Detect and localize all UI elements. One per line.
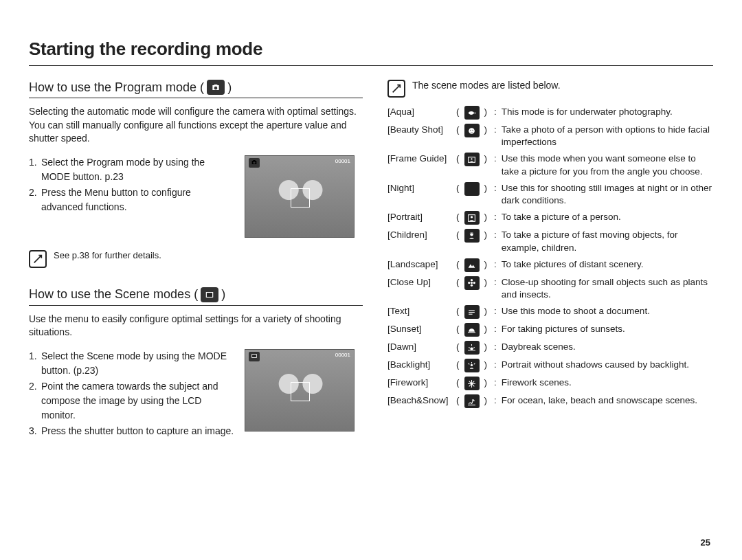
colon: : — [494, 341, 497, 353]
program-lcd-preview: 00001 — [245, 155, 355, 238]
program-mode-heading: How to use the Program mode ( ) — [29, 80, 363, 98]
paren-close: ) — [484, 276, 488, 289]
scene-row: [Children]():To take a picture of fast m… — [387, 229, 713, 254]
scene-label: [Text] — [387, 305, 453, 317]
paren-close: ) — [484, 341, 488, 353]
program-heading-pre: How to use the Program mode ( — [29, 80, 204, 95]
colon: : — [494, 377, 497, 389]
program-mode-icon — [207, 80, 225, 95]
scene-label: [Dawn] — [387, 341, 453, 353]
beach-icon — [464, 394, 480, 408]
scene-row: [Beauty Shot]():Take a photo of a person… — [387, 124, 713, 148]
colon: : — [494, 258, 497, 271]
paren-open: ( — [456, 258, 460, 271]
scene-row: [Aqua]():This mode is for underwater pho… — [387, 106, 713, 120]
lcd-focus-frame — [291, 382, 310, 401]
scene-label: [Beauty Shot] — [387, 124, 453, 136]
scene-description: Daybreak scenes. — [502, 341, 713, 353]
scene-heading-pre: How to use the Scene modes ( — [29, 287, 198, 302]
paren-close: ) — [484, 258, 488, 271]
moon-icon — [464, 182, 480, 196]
scene-step: Press the shutter button to capture an i… — [29, 424, 235, 438]
colon: : — [494, 229, 497, 241]
scene-step: Select the Scene mode by using the MODE … — [29, 349, 235, 378]
page-title: Starting the recording mode — [29, 38, 713, 66]
scene-step: Point the camera towards the subject and… — [29, 379, 235, 423]
scene-description: Portrait without shadows caused by backl… — [502, 359, 713, 371]
program-step: Select the Program mode by using the MOD… — [29, 155, 235, 184]
note-icon — [387, 80, 405, 98]
paren-close: ) — [484, 153, 488, 165]
colon: : — [494, 153, 497, 165]
paren-close: ) — [484, 182, 488, 194]
paren-close: ) — [484, 323, 488, 335]
scene-intro-text: Use the menu to easily configure optimal… — [29, 313, 363, 339]
paren-open: ( — [456, 377, 460, 389]
paren-close: ) — [484, 359, 488, 371]
scene-modes-table: [Aqua]():This mode is for underwater pho… — [387, 106, 713, 408]
colon: : — [494, 211, 497, 223]
scene-description: Close-up shooting for small objects such… — [502, 276, 713, 301]
scene-description: For taking pictures of sunsets. — [502, 323, 713, 335]
scene-description: To take pictures of distant scenery. — [502, 258, 713, 271]
scene-row: [Beach&Snow]():For ocean, lake, beach an… — [387, 394, 713, 408]
paren-close: ) — [484, 229, 488, 241]
paren-open: ( — [456, 341, 460, 353]
scene-label: [Aqua] — [387, 106, 453, 118]
paren-open: ( — [456, 359, 460, 371]
scene-row: [Dawn]():Daybreak scenes. — [387, 341, 713, 355]
scene-label: [Close Up] — [387, 276, 453, 289]
scenes-list-intro: The scene modes are listed below. — [387, 80, 713, 98]
colon: : — [494, 359, 497, 371]
scene-label: [Night] — [387, 182, 453, 194]
mountain-icon — [464, 258, 480, 272]
paren-open: ( — [456, 323, 460, 335]
scene-row: [Portrait]():To take a picture of a pers… — [387, 211, 713, 225]
scene-row: [Night]():Use this for shooting still im… — [387, 182, 713, 207]
paren-open: ( — [456, 229, 460, 241]
program-step: Press the Menu button to configure advan… — [29, 186, 235, 214]
paren-open: ( — [456, 305, 460, 317]
colon: : — [494, 124, 497, 136]
children-icon — [464, 229, 480, 243]
scene-lcd-preview: 00001 — [245, 349, 355, 432]
colon: : — [494, 182, 497, 194]
lcd-mode-badge — [249, 158, 260, 168]
colon: : — [494, 106, 497, 118]
lcd-counter: 00001 — [335, 352, 350, 361]
scene-row: [Text]():Use this mode to shoot a docume… — [387, 305, 713, 319]
scene-description: Use this mode when you want someone else… — [502, 153, 713, 177]
paren-open: ( — [456, 106, 460, 118]
flower-icon — [464, 276, 480, 290]
scene-description: This mode is for underwater photography. — [502, 106, 713, 118]
firework-icon — [464, 377, 480, 390]
colon: : — [494, 394, 497, 407]
program-note: See p.38 for further details. — [29, 250, 363, 268]
lcd-mode-badge — [249, 352, 260, 361]
sunset-icon — [464, 323, 480, 337]
fish-icon — [464, 106, 480, 120]
scene-row: [Sunset]():For taking pictures of sunset… — [387, 323, 713, 337]
scene-description: Take a photo of a person with options to… — [502, 124, 713, 148]
scene-row: [Backlight]():Portrait without shadows c… — [387, 359, 713, 372]
scene-description: Firework scenes. — [502, 377, 713, 389]
portrait-icon — [464, 211, 480, 225]
colon: : — [494, 276, 497, 289]
paren-close: ) — [484, 394, 488, 407]
paren-open: ( — [456, 276, 460, 289]
face-icon — [464, 124, 480, 137]
scene-description: Use this for shooting still images at ni… — [502, 182, 713, 207]
scene-label: [Portrait] — [387, 211, 453, 223]
scene-mode-icon — [201, 287, 218, 302]
scene-row: [Firework]():Firework scenes. — [387, 377, 713, 390]
paren-open: ( — [456, 153, 460, 165]
scene-label: [Frame Guide] — [387, 153, 453, 165]
program-note-text: See p.38 for further details. — [54, 250, 161, 260]
scene-mode-heading: How to use the Scene modes ( ) — [29, 287, 363, 306]
scene-label: [Sunset] — [387, 323, 453, 335]
scene-label: [Firework] — [387, 377, 453, 389]
scene-description: To take a picture of fast moving objects… — [502, 229, 713, 254]
paren-close: ) — [484, 211, 488, 223]
program-heading-post: ) — [227, 80, 232, 95]
scene-label: [Backlight] — [387, 359, 453, 371]
